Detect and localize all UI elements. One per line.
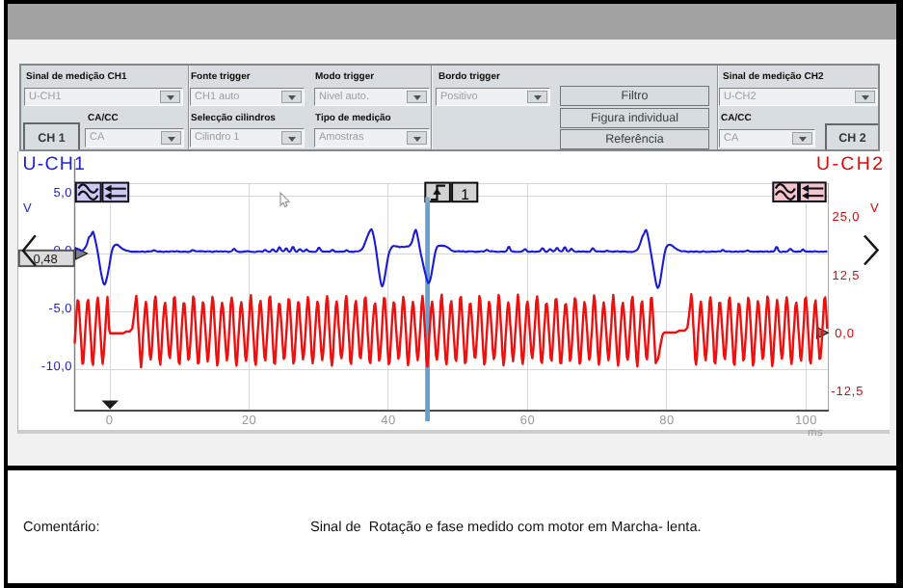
svg-text:0: 0 (106, 413, 114, 427)
svg-text:U-CH1: U-CH1 (23, 153, 87, 174)
svg-text:U-CH2: U-CH2 (816, 153, 886, 174)
svg-text:25,0: 25,0 (833, 209, 861, 224)
svg-text:V: V (23, 200, 32, 215)
svg-text:100: 100 (795, 413, 817, 427)
svg-text:-10,0: -10,0 (41, 359, 72, 373)
svg-text:0,0: 0,0 (835, 326, 855, 340)
svg-text:ms: ms (808, 427, 823, 439)
svg-text:1: 1 (461, 187, 469, 203)
svg-text:V: V (870, 200, 880, 215)
svg-text:80: 80 (659, 413, 674, 427)
svg-text:5,0: 5,0 (53, 185, 72, 200)
svg-text:-12,5: -12,5 (831, 384, 863, 398)
svg-text:12,5: 12,5 (833, 268, 861, 282)
svg-text:40: 40 (381, 413, 395, 427)
svg-text:60: 60 (520, 413, 535, 427)
svg-text:20: 20 (242, 413, 256, 427)
svg-text:0,48: 0,48 (34, 252, 58, 266)
svg-text:-5,0: -5,0 (49, 301, 72, 315)
